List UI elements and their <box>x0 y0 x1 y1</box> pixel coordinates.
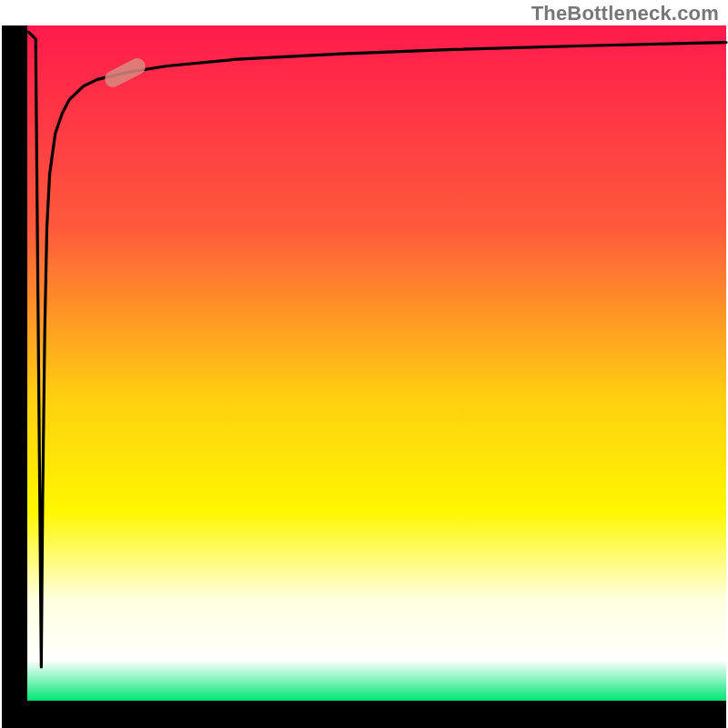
bottleneck-chart <box>0 0 728 728</box>
watermark-label: TheBottleneck.com <box>531 2 719 25</box>
plot-area <box>27 25 726 701</box>
y-axis <box>2 25 27 728</box>
chart-stage: TheBottleneck.com <box>0 0 728 728</box>
x-axis <box>2 701 726 728</box>
